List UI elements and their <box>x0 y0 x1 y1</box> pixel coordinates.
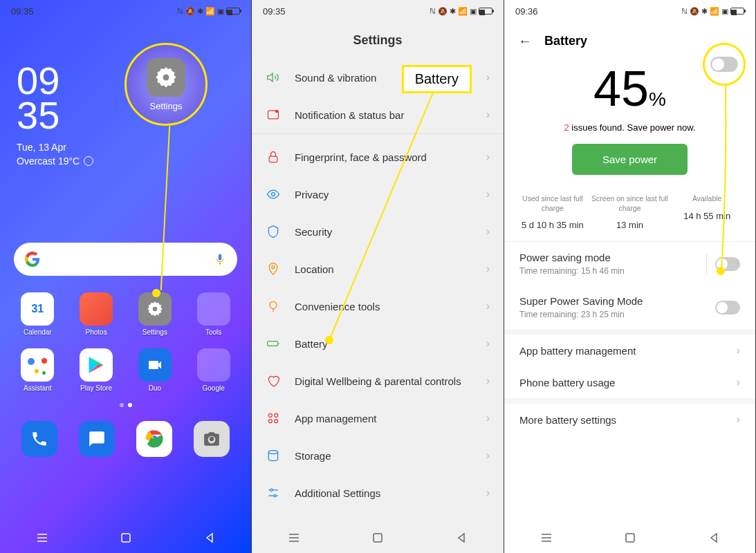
issues-text: 2 issues found. Save power now. <box>504 122 755 133</box>
back-button[interactable]: ← <box>518 33 532 49</box>
svg-point-1 <box>153 307 158 312</box>
nfc-icon: ℕ <box>177 7 183 16</box>
storage-icon <box>266 448 281 463</box>
nav-home[interactable] <box>623 532 637 543</box>
weather-text: Overcast 19°C <box>17 156 80 167</box>
nav-recents[interactable] <box>35 532 49 543</box>
settings-item-security[interactable]: Security› <box>252 213 504 250</box>
divider <box>706 254 707 274</box>
status-icons: ℕ 🔕 ✱ 📶 ▣ <box>177 7 240 16</box>
mic-icon[interactable] <box>214 253 226 265</box>
settings-highlight-label: Settings <box>150 101 183 111</box>
status-icons: ℕ 🔕 ✱ 📶 ▣ <box>681 7 744 16</box>
super-power-saving-toggle[interactable] <box>715 301 740 315</box>
location-icon <box>266 261 281 276</box>
page-title: Battery <box>544 34 587 48</box>
nav-back[interactable] <box>707 532 721 543</box>
settings-item-convenience[interactable]: Convenience tools› <box>252 288 504 325</box>
chevron-right-icon: › <box>486 188 490 200</box>
svg-point-11 <box>272 193 275 196</box>
stat-screen: Screen on since last full charge13 min <box>591 194 669 230</box>
status-time: 09:36 <box>515 6 538 17</box>
more-battery-settings-row[interactable]: More battery settings › <box>504 404 755 435</box>
dock-chrome[interactable] <box>136 421 172 457</box>
issues-count: 2 <box>564 122 569 133</box>
nav-home[interactable] <box>119 532 133 543</box>
section-divider <box>504 398 755 404</box>
app-play-store[interactable]: Play Store <box>70 348 123 392</box>
app-photos[interactable]: Photos <box>70 292 123 336</box>
settings-item-fingerprint[interactable]: Fingerprint, face & password› <box>252 138 504 176</box>
dock-camera[interactable] <box>194 421 230 457</box>
signal-icon: ▣ <box>470 7 477 16</box>
wifi-icon: 📶 <box>205 7 215 16</box>
battery-icon <box>730 8 744 15</box>
row-title: Power saving mode <box>519 252 698 263</box>
svg-point-16 <box>268 413 272 417</box>
nav-back[interactable] <box>203 532 216 543</box>
svg-point-13 <box>270 301 277 308</box>
nav-bar <box>504 523 755 553</box>
battery-icon <box>226 8 240 15</box>
svg-rect-10 <box>269 156 277 162</box>
chevron-right-icon: › <box>486 300 490 312</box>
callout-dot <box>717 267 725 275</box>
signal-icon: ▣ <box>721 7 728 16</box>
weather-icon <box>84 156 93 166</box>
nfc-icon: ℕ <box>430 7 436 16</box>
app-duo[interactable]: Duo <box>129 348 182 392</box>
callout-dot <box>325 336 333 344</box>
battery-highlight: Battery <box>402 65 472 93</box>
bluetooth-icon: ✱ <box>450 7 456 16</box>
super-power-saving-row[interactable]: Super Power Saving Mode Time remaining: … <box>504 285 755 329</box>
app-google-folder[interactable]: Google <box>187 348 240 392</box>
dock-phone[interactable] <box>21 421 57 457</box>
row-subtitle: Time remaining: 23 h 25 min <box>519 310 715 319</box>
chevron-right-icon: › <box>737 344 740 357</box>
chevron-right-icon: › <box>486 71 490 84</box>
settings-item-privacy[interactable]: Privacy› <box>252 176 504 213</box>
search-bar[interactable] <box>14 243 237 276</box>
highlighted-toggle-icon <box>710 57 738 72</box>
settings-item-location[interactable]: Location› <box>252 250 504 288</box>
settings-item-storage[interactable]: Storage› <box>252 437 504 474</box>
settings-item-notification[interactable]: Notification & status bar› <box>252 96 504 134</box>
status-icons: ℕ 🔕 ✱ 📶 ▣ <box>430 7 492 16</box>
page-dot-active <box>128 403 132 407</box>
settings-item-battery[interactable]: Battery› <box>252 325 504 362</box>
row-title: Phone battery usage <box>519 377 615 388</box>
chevron-right-icon: › <box>486 109 490 121</box>
app-calendar[interactable]: 31Calendar <box>11 292 64 336</box>
power-saving-mode-row[interactable]: Power saving mode Time remaining: 15 h 4… <box>504 241 755 285</box>
dock-messages[interactable] <box>79 421 115 457</box>
svg-point-17 <box>275 413 278 417</box>
app-assistant[interactable]: Assistant <box>11 348 64 392</box>
settings-item-additional[interactable]: Additional Settings› <box>252 474 504 512</box>
heart-icon <box>266 373 281 388</box>
chevron-right-icon: › <box>486 151 490 163</box>
app-settings[interactable]: Settings <box>129 292 182 336</box>
home-screen-panel: 09:35 ℕ 🔕 ✱ 📶 ▣ 09 35 Tue, 13 Apr Overca… <box>0 0 252 553</box>
weather-widget[interactable]: Overcast 19°C <box>17 156 234 167</box>
app-battery-mgmt-row[interactable]: App battery management › <box>504 335 755 366</box>
settings-item-app-mgmt[interactable]: App management› <box>252 400 504 437</box>
stat-used: Used since last full charge5 d 10 h 35 m… <box>514 194 591 230</box>
settings-item-wellbeing[interactable]: Digital Wellbeing & parental controls› <box>252 362 504 400</box>
nav-recents[interactable] <box>287 532 301 543</box>
page-title: Settings <box>252 22 504 59</box>
wifi-icon: 📶 <box>458 7 468 16</box>
shield-icon <box>266 224 281 239</box>
save-power-button[interactable]: Save power <box>572 144 688 175</box>
settings-highlight: Settings <box>125 43 208 126</box>
dnd-icon: 🔕 <box>690 7 699 16</box>
phone-battery-usage-row[interactable]: Phone battery usage › <box>504 366 755 398</box>
nav-home[interactable] <box>371 532 385 543</box>
svg-rect-29 <box>374 534 382 542</box>
nav-recents[interactable] <box>540 532 553 543</box>
svg-point-24 <box>274 495 276 497</box>
speaker-icon <box>266 70 281 85</box>
battery-icon <box>266 336 281 351</box>
app-tools-folder[interactable]: Tools <box>187 292 240 336</box>
nav-back[interactable] <box>454 532 468 543</box>
status-time: 09:35 <box>11 6 34 17</box>
